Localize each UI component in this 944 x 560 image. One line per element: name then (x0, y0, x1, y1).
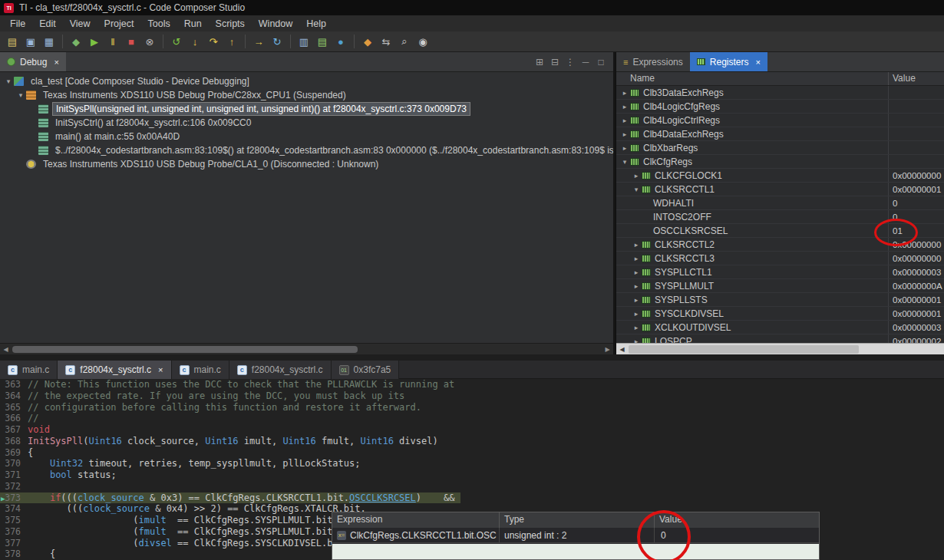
code-line[interactable]: 370 Uint32 timeout, retries, temp_syspll… (0, 458, 944, 469)
save-all-icon[interactable]: ▦ (40, 33, 58, 50)
assembly-step-icon[interactable]: → (249, 33, 268, 50)
register-row[interactable]: ▸ClbXbarRegs (616, 141, 944, 155)
expander-icon[interactable]: ▸ (631, 241, 642, 249)
register-row[interactable]: ▸LOSPCP0x00000002 (616, 334, 944, 343)
expander-icon[interactable]: ▾ (3, 77, 14, 85)
refresh-icon[interactable]: ↻ (268, 33, 286, 50)
scroll-left-icon[interactable]: ◀ (0, 344, 12, 355)
step-over-icon[interactable]: ↷ (204, 33, 223, 50)
register-row[interactable]: ▸XCLKOUTDIVSEL0x00000003 (616, 321, 944, 334)
restart-icon[interactable]: ↺ (167, 33, 186, 50)
close-icon[interactable]: × (158, 365, 163, 374)
connect-target-icon[interactable]: ⇆ (377, 33, 395, 50)
tab-registers[interactable]: Registers × (690, 52, 767, 71)
view-menu-icon[interactable]: ⋮ (563, 57, 578, 68)
code-line[interactable]: 363// Note: This function uses the DCC t… (0, 379, 944, 390)
tab-debug[interactable]: Debug × (0, 52, 66, 71)
save-icon[interactable]: ▣ (21, 33, 40, 50)
new-project-icon[interactable]: ▤ (3, 33, 21, 50)
expander-icon[interactable]: ▸ (631, 324, 642, 331)
expander-icon[interactable]: ▸ (631, 310, 642, 318)
expander-icon[interactable]: ▾ (15, 91, 26, 99)
scrollbar-thumb[interactable] (629, 345, 859, 354)
code-line[interactable]: 366// (0, 413, 944, 424)
scrollbar-thumb[interactable] (12, 346, 358, 353)
disconnect-icon[interactable]: ⊗ (140, 33, 159, 50)
register-row[interactable]: ▸Clb3DataExchRegs (616, 86, 944, 100)
debug-horizontal-scrollbar[interactable]: ◀ ▶ (0, 343, 613, 354)
menu-item-view[interactable]: View (63, 17, 97, 31)
debug-tree-row[interactable]: $../f28004x_codestartbranch.asm:83:109$(… (0, 143, 613, 157)
maximize-icon[interactable]: □ (593, 57, 609, 68)
register-row[interactable]: ▸CLKSRCCTL30x00000000 (616, 252, 944, 265)
expander-icon[interactable]: ▸ (631, 172, 642, 180)
register-row[interactable]: WDHALTI0 (616, 196, 944, 210)
code-line[interactable]: 372 (0, 481, 944, 492)
terminate-icon[interactable]: ■ (122, 33, 140, 50)
editor-tab[interactable]: cmain.c (0, 361, 58, 379)
debug-tree-row[interactable]: InitSysPll(unsigned int, unsigned int, u… (0, 102, 613, 116)
expander-icon[interactable]: ▾ (619, 158, 630, 166)
register-row[interactable]: ▸SYSPLLSTS0x00000001 (616, 293, 944, 307)
tab-expressions[interactable]: ≡ Expressions (616, 52, 690, 71)
scroll-right-icon[interactable]: ▶ (602, 344, 613, 355)
code-line[interactable]: 368InitSysPll(Uint16 clock_source, Uint1… (0, 436, 944, 447)
menu-item-run[interactable]: Run (177, 17, 209, 31)
minimize-icon[interactable]: ─ (578, 57, 593, 68)
code-line[interactable]: 369{ (0, 447, 944, 459)
expander-icon[interactable]: ▸ (619, 103, 630, 110)
expander-icon[interactable]: ▸ (619, 89, 630, 97)
menu-item-project[interactable]: Project (97, 17, 141, 31)
code-line[interactable]: 365// configuration before calling this … (0, 402, 944, 413)
expander-icon[interactable]: ▸ (631, 282, 642, 290)
register-row[interactable]: ▸Clb4DataExchRegs (616, 127, 944, 141)
debug-tree-row[interactable]: ▾Texas Instruments XDS110 USB Debug Prob… (0, 88, 613, 102)
expander-icon[interactable]: ▸ (631, 338, 642, 344)
registers-horizontal-scrollbar[interactable]: ◀ (616, 343, 944, 354)
scroll-left-icon[interactable]: ◀ (616, 344, 628, 355)
expander-icon[interactable]: ▸ (631, 255, 642, 262)
editor-tab[interactable]: cf28004x_sysctrl.c× (58, 361, 171, 379)
debug-tree-row[interactable]: InitSysCtrl() at f28004x_sysctrl.c:106 0… (0, 116, 613, 130)
step-return-icon[interactable]: ↑ (223, 33, 241, 50)
column-header-value[interactable]: Value (888, 72, 944, 85)
resume-icon[interactable]: ▶ (85, 33, 104, 50)
registers-view-icon[interactable]: ▤ (313, 33, 332, 50)
register-row[interactable]: ▸Clb4LogicCtrlRegs (616, 114, 944, 127)
editor-tab[interactable]: cmain.c (172, 361, 229, 379)
expander-icon[interactable]: ▸ (619, 117, 630, 124)
expander-icon[interactable]: ▸ (619, 144, 630, 152)
menu-item-help[interactable]: Help (299, 17, 333, 31)
connect-layout-icon[interactable]: ⊞ (532, 57, 547, 68)
close-icon[interactable]: × (755, 58, 760, 67)
expander-icon[interactable]: ▾ (631, 186, 642, 193)
step-into-icon[interactable]: ↓ (186, 33, 204, 50)
memory-view-icon[interactable]: ▥ (295, 33, 313, 50)
register-row[interactable]: ▸SYSCLKDIVSEL0x00000001 (616, 307, 944, 321)
code-line[interactable]: 367void (0, 424, 944, 436)
register-row[interactable]: ▸Clb4LogicCfgRegs (616, 100, 944, 114)
code-line[interactable]: 373▶ if(((clock_source & 0x3) == ClkCfgR… (0, 492, 460, 504)
flash-icon[interactable]: ◆ (358, 33, 377, 50)
menu-item-edit[interactable]: Edit (32, 17, 63, 31)
debug-tree-row[interactable]: ▾cla_test [Code Composer Studio - Device… (0, 74, 613, 88)
register-row[interactable]: ▸SYSPLLCTL10x00000003 (616, 265, 944, 279)
popup-expression-row[interactable]: x= ClkCfgRegs.CLKSRCCTL1.bit.OSC unsigne… (332, 528, 819, 543)
collapse-all-icon[interactable]: ⊟ (547, 57, 563, 68)
popup-column-type[interactable]: Type (500, 512, 655, 528)
menu-item-window[interactable]: Window (252, 17, 299, 31)
popup-column-expression[interactable]: Expression (332, 512, 500, 528)
column-header-name[interactable]: Name (616, 72, 888, 85)
debug-icon[interactable]: ◆ (67, 33, 85, 50)
code-line[interactable]: 364// the expected rate. If you are usin… (0, 390, 944, 402)
code-line[interactable]: 371 bool status; (0, 469, 944, 481)
expander-icon[interactable]: ▸ (619, 130, 630, 138)
close-icon[interactable]: × (54, 58, 58, 67)
menu-item-file[interactable]: File (3, 17, 32, 31)
editor-tab[interactable]: cf28004x_sysctrl.c (229, 361, 332, 379)
menu-item-tools[interactable]: Tools (140, 17, 177, 31)
expander-icon[interactable]: ▸ (631, 296, 642, 304)
breakpoints-view-icon[interactable]: ● (332, 33, 350, 50)
debug-tree-row[interactable]: main() at main.c:55 0x00A40D (0, 130, 613, 143)
suspend-icon[interactable]: ‖ (104, 33, 122, 50)
